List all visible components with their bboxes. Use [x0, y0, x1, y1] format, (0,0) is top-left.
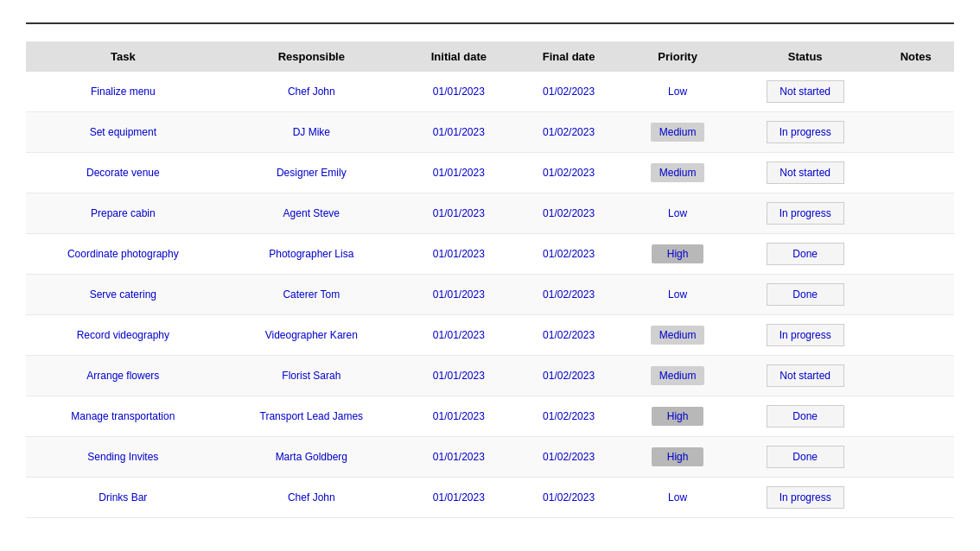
cell-task: Coordinate photography: [26, 234, 220, 275]
cell-final-date: 01/02/2023: [515, 234, 623, 275]
cell-responsible: Florist Sarah: [220, 356, 403, 396]
table-row: Manage transportationTransport Lead Jame…: [26, 396, 954, 437]
cell-status: Not started: [733, 72, 878, 112]
cell-responsible: Designer Emily: [220, 153, 403, 193]
cell-initial-date: 01/01/2023: [403, 234, 515, 275]
cell-status: Done: [733, 234, 878, 275]
cell-initial-date: 01/01/2023: [403, 478, 515, 518]
cell-status: Not started: [733, 356, 878, 396]
cell-initial-date: 01/01/2023: [403, 153, 515, 193]
cell-priority: Medium: [622, 153, 733, 193]
table-row: Finalize menuChef John01/01/202301/02/20…: [26, 72, 954, 112]
cell-notes: [878, 396, 954, 437]
cell-task: Set equipment: [26, 112, 220, 153]
cell-initial-date: 01/01/2023: [403, 437, 515, 478]
table-row: Prepare cabinAgent Steve01/01/202301/02/…: [26, 193, 954, 234]
cell-status: In progress: [733, 478, 878, 518]
cell-priority: High: [622, 234, 733, 275]
cell-notes: [878, 275, 954, 315]
cell-priority: Low: [622, 193, 733, 234]
cell-final-date: 01/02/2023: [515, 437, 623, 478]
cell-responsible: Caterer Tom: [220, 275, 403, 315]
cell-priority: High: [622, 437, 733, 478]
col-header-initial-date: Initial date: [403, 41, 515, 72]
cell-notes: [878, 234, 954, 275]
tasks-table: Task Responsible Initial date Final date…: [26, 41, 954, 518]
cell-task: Sending Invites: [26, 437, 220, 478]
cell-priority: Low: [622, 72, 733, 112]
table-row: Drinks BarChef John01/01/202301/02/2023L…: [26, 478, 954, 518]
cell-task: Record videography: [26, 315, 220, 356]
cell-status: Not started: [733, 153, 878, 193]
cell-task: Manage transportation: [26, 396, 220, 437]
cell-responsible: Chef John: [220, 72, 403, 112]
cell-initial-date: 01/01/2023: [403, 112, 515, 153]
cell-notes: [878, 478, 954, 518]
col-header-responsible: Responsible: [220, 41, 403, 72]
cell-initial-date: 01/01/2023: [403, 275, 515, 315]
table-header-row: Task Responsible Initial date Final date…: [26, 41, 954, 72]
cell-notes: [878, 356, 954, 396]
cell-responsible: Videographer Karen: [220, 315, 403, 356]
cell-responsible: Marta Goldberg: [220, 437, 403, 478]
cell-final-date: 01/02/2023: [515, 153, 623, 193]
cell-final-date: 01/02/2023: [515, 478, 623, 518]
cell-final-date: 01/02/2023: [515, 396, 623, 437]
col-header-task: Task: [26, 41, 220, 72]
cell-initial-date: 01/01/2023: [403, 72, 515, 112]
cell-initial-date: 01/01/2023: [403, 356, 515, 396]
cell-priority: Medium: [622, 112, 733, 153]
table-row: Record videographyVideographer Karen01/0…: [26, 315, 954, 356]
col-header-status: Status: [733, 41, 878, 72]
cell-status: Done: [733, 275, 878, 315]
cell-priority: Low: [622, 478, 733, 518]
cell-task: Drinks Bar: [26, 478, 220, 518]
cell-status: Done: [733, 396, 878, 437]
cell-responsible: Photographer Lisa: [220, 234, 403, 275]
col-header-priority: Priority: [622, 41, 733, 72]
cell-responsible: Agent Steve: [220, 193, 403, 234]
table-row: Sending InvitesMarta Goldberg01/01/20230…: [26, 437, 954, 478]
cell-final-date: 01/02/2023: [515, 356, 623, 396]
cell-task: Decorate venue: [26, 153, 220, 193]
cell-task: Finalize menu: [26, 72, 220, 112]
cell-notes: [878, 193, 954, 234]
cell-status: Done: [733, 437, 878, 478]
cell-final-date: 01/02/2023: [515, 193, 623, 234]
page-container: Task Responsible Initial date Final date…: [0, 0, 980, 535]
cell-priority: High: [622, 396, 733, 437]
cell-status: In progress: [733, 112, 878, 153]
cell-task: Serve catering: [26, 275, 220, 315]
cell-status: In progress: [733, 193, 878, 234]
cell-task: Arrange flowers: [26, 356, 220, 396]
cell-priority: Medium: [622, 356, 733, 396]
cell-responsible: DJ Mike: [220, 112, 403, 153]
cell-responsible: Transport Lead James: [220, 396, 403, 437]
cell-final-date: 01/02/2023: [515, 275, 623, 315]
cell-responsible: Chef John: [220, 478, 403, 518]
cell-initial-date: 01/01/2023: [403, 396, 515, 437]
cell-notes: [878, 153, 954, 193]
table-row: Decorate venueDesigner Emily01/01/202301…: [26, 153, 954, 193]
cell-priority: Medium: [622, 315, 733, 356]
cell-notes: [878, 72, 954, 112]
cell-task: Prepare cabin: [26, 193, 220, 234]
col-header-notes: Notes: [878, 41, 954, 72]
table-row: Arrange flowersFlorist Sarah01/01/202301…: [26, 356, 954, 396]
title-divider: [26, 22, 954, 24]
cell-final-date: 01/02/2023: [515, 315, 623, 356]
col-header-final-date: Final date: [515, 41, 623, 72]
cell-notes: [878, 437, 954, 478]
cell-initial-date: 01/01/2023: [403, 315, 515, 356]
cell-notes: [878, 112, 954, 153]
table-row: Coordinate photographyPhotographer Lisa0…: [26, 234, 954, 275]
cell-notes: [878, 315, 954, 356]
table-row: Set equipmentDJ Mike01/01/202301/02/2023…: [26, 112, 954, 153]
cell-status: In progress: [733, 315, 878, 356]
cell-initial-date: 01/01/2023: [403, 193, 515, 234]
cell-final-date: 01/02/2023: [515, 72, 623, 112]
cell-priority: Low: [622, 275, 733, 315]
table-row: Serve cateringCaterer Tom01/01/202301/02…: [26, 275, 954, 315]
cell-final-date: 01/02/2023: [515, 112, 623, 153]
